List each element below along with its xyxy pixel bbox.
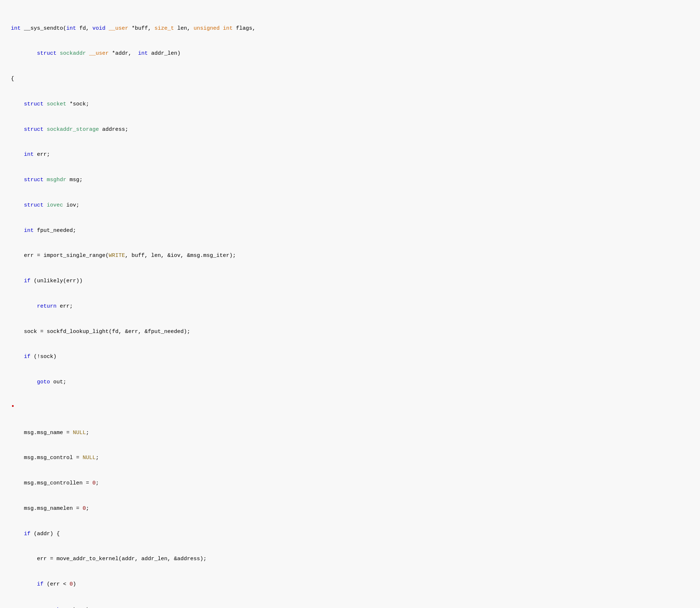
code-display: int __sys_sendto(int fd, void __user *bu…: [11, 7, 689, 608]
code-line-5: struct sockaddr_storage address;: [11, 125, 689, 134]
code-line-23: goto out_put;: [11, 605, 689, 608]
code-line-6: int err;: [11, 150, 689, 159]
code-line-3: {: [11, 75, 689, 83]
code-line-9: int fput_needed;: [11, 226, 689, 235]
code-line-16: msg.msg_name = NULL;: [11, 429, 689, 437]
code-line-10: err = import_single_range(WRITE, buff, l…: [11, 251, 689, 260]
code-line-2: struct sockaddr __user *addr, int addr_l…: [11, 49, 689, 58]
code-line-20: if (addr) {: [11, 530, 689, 538]
code-line-13: sock = sockfd_lookup_light(fd, &err, &fp…: [11, 328, 689, 336]
code-line-22: if (err < 0): [11, 580, 689, 588]
code-line-14: if (!sock): [11, 353, 689, 361]
code-line-8: struct iovec iov;: [11, 201, 689, 209]
code-line-1: int __sys_sendto(int fd, void __user *bu…: [11, 24, 689, 33]
code-line-17: msg.msg_control = NULL;: [11, 454, 689, 462]
code-line-19: msg.msg_namelen = 0;: [11, 504, 689, 513]
code-line-12: return err;: [11, 302, 689, 311]
code-line-4: struct socket *sock;: [11, 100, 689, 108]
code-line-bullet1: •: [11, 403, 689, 412]
code-line-7: struct msghdr msg;: [11, 176, 689, 184]
code-line-21: err = move_addr_to_kernel(addr, addr_len…: [11, 555, 689, 563]
code-line-11: if (unlikely(err)): [11, 277, 689, 285]
code-line-15: goto out;: [11, 378, 689, 386]
code-line-18: msg.msg_controllen = 0;: [11, 479, 689, 487]
